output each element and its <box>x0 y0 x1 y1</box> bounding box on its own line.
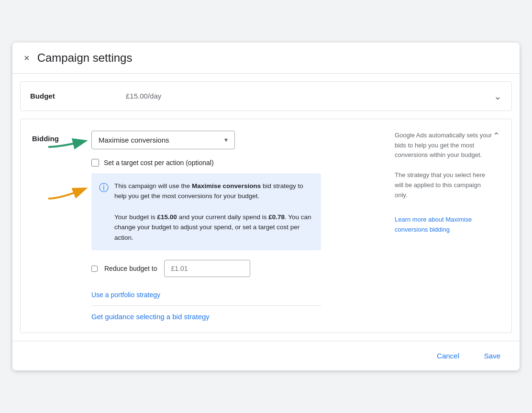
budget-label: Budget <box>30 92 88 100</box>
bidding-content: Maximise conversions ▾ <box>91 131 379 322</box>
bidding-left: Bidding <box>32 131 379 322</box>
bidding-label: Bidding <box>32 131 80 322</box>
bidding-right-top: Google Ads automatically sets your bids … <box>395 131 500 235</box>
info-line3: Your budget is <box>114 213 157 221</box>
reduce-budget-row: Reduce budget to <box>91 260 379 277</box>
info-bold3: £0.78 <box>268 213 285 221</box>
divider <box>91 305 321 306</box>
modal-body: Budget £15.00/day ⌄ Bidding <box>12 81 520 334</box>
reduce-budget-input[interactable] <box>164 260 250 277</box>
info-box: ⓘ This campaign will use the Maximise co… <box>91 173 321 251</box>
info-bold1: Maximise conversions <box>192 182 261 190</box>
campaign-settings-modal: × Campaign settings Budget £15.00/day ⌄ … <box>12 43 520 371</box>
dropdown-arrow-icon: ▾ <box>224 136 228 144</box>
close-button[interactable]: × <box>24 53 30 63</box>
budget-section: Budget £15.00/day ⌄ <box>20 81 512 111</box>
learn-more-link[interactable]: Learn more about Maximise conversions bi… <box>395 215 493 235</box>
cancel-button[interactable]: Cancel <box>429 348 467 364</box>
sidebar-text2: The strategy that you select here will b… <box>395 170 493 200</box>
target-cpa-label: Set a target cost per action (optional) <box>104 159 214 167</box>
bidding-sidebar-texts: Google Ads automatically sets your bids … <box>395 131 493 235</box>
bidding-inner: Bidding <box>32 131 500 322</box>
info-icon: ⓘ <box>99 181 109 243</box>
sidebar-text1: Google Ads automatically sets your bids … <box>395 131 493 160</box>
portfolio-strategy-link[interactable]: Use a portfolio strategy <box>91 291 160 299</box>
reduce-budget-label: Reduce budget to <box>104 265 157 272</box>
guidance-link[interactable]: Get guidance selecting a bid strategy <box>91 313 210 321</box>
save-button[interactable]: Save <box>477 348 508 364</box>
budget-value: £15.00/day <box>126 92 494 100</box>
target-cpa-checkbox-row: Set a target cost per action (optional) <box>91 159 379 167</box>
bidding-strategy-dropdown[interactable]: Maximise conversions ▾ <box>91 131 235 149</box>
bidding-sidebar: Google Ads automatically sets your bids … <box>395 131 500 322</box>
modal-footer: Cancel Save <box>12 341 520 370</box>
info-bold2: £15.00 <box>157 213 177 221</box>
modal-title: Campaign settings <box>37 51 133 65</box>
dropdown-value: Maximise conversions <box>99 136 169 144</box>
collapse-button[interactable]: ⌃ <box>493 131 500 141</box>
modal-header: × Campaign settings <box>12 43 520 74</box>
info-line1: This campaign will use the <box>114 182 192 190</box>
info-line4: and your current daily spend is <box>177 213 268 221</box>
info-text: This campaign will use the Maximise conv… <box>114 181 313 243</box>
target-cpa-checkbox[interactable] <box>91 159 99 167</box>
target-cpa-wrapper: Set a target cost per action (optional) <box>91 159 379 167</box>
budget-expand-icon[interactable]: ⌄ <box>494 90 502 102</box>
bidding-section: Bidding <box>20 119 512 334</box>
dropdown-container: Maximise conversions ▾ <box>91 131 379 149</box>
reduce-budget-checkbox[interactable] <box>91 266 98 272</box>
